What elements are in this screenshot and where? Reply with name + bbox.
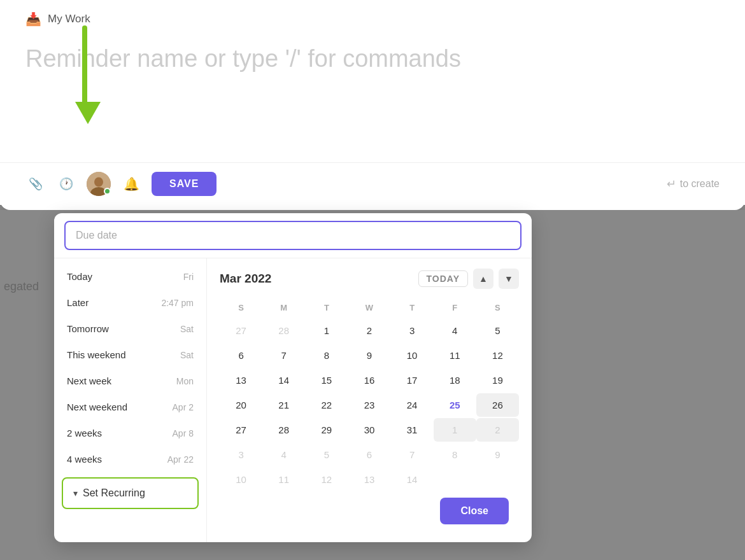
calendar-day[interactable]: 30 bbox=[348, 418, 390, 442]
weekday-label: F bbox=[434, 299, 476, 316]
calendar-day[interactable]: 11 bbox=[434, 344, 476, 367]
weekday-label: W bbox=[348, 299, 390, 316]
today-button[interactable]: TODAY bbox=[418, 270, 468, 287]
calendar-day[interactable]: 7 bbox=[391, 443, 434, 466]
calendar-day[interactable]: 17 bbox=[391, 368, 434, 392]
calendar-day[interactable]: 6 bbox=[348, 443, 390, 466]
calendar-day[interactable]: 11 bbox=[262, 468, 305, 491]
calendar-day[interactable]: 28 bbox=[262, 319, 305, 342]
calendar-day[interactable]: 9 bbox=[348, 344, 390, 367]
calendar-day[interactable]: 5 bbox=[476, 319, 519, 342]
calendar-day[interactable]: 9 bbox=[476, 443, 519, 466]
enter-symbol: ↵ bbox=[667, 177, 676, 191]
weekday-label: S bbox=[476, 299, 519, 316]
weekday-label: T bbox=[391, 299, 434, 316]
calendar-grid: SMTWTFS 27281234567891011121314151617181… bbox=[220, 299, 519, 491]
calendar-month-title: Mar 2022 bbox=[220, 272, 413, 286]
calendar-days: 2728123456789101112131415161718192021222… bbox=[220, 319, 519, 491]
set-recurring-label: Set Recurring bbox=[83, 487, 145, 499]
calendar-day[interactable]: 31 bbox=[391, 418, 434, 442]
shortcut-item[interactable]: TodayFri bbox=[54, 263, 206, 290]
calendar-day[interactable]: 5 bbox=[305, 443, 348, 466]
shortcut-item[interactable]: This weekendSat bbox=[54, 342, 206, 368]
arrow-head bbox=[75, 102, 101, 124]
shortcut-date: Mon bbox=[176, 376, 194, 386]
calendar-day[interactable]: 18 bbox=[434, 368, 476, 392]
calendar-day[interactable]: 4 bbox=[434, 319, 476, 342]
calendar-day[interactable]: 3 bbox=[391, 319, 434, 342]
calendar-header: Mar 2022 TODAY ▲ ▼ bbox=[220, 269, 519, 289]
calendar-day[interactable]: 8 bbox=[434, 443, 476, 466]
calendar-day[interactable]: 16 bbox=[348, 368, 390, 392]
calendar-day[interactable]: 14 bbox=[262, 368, 305, 392]
calendar-day[interactable]: 12 bbox=[305, 468, 348, 491]
shortcut-date: Apr 22 bbox=[167, 454, 194, 465]
clock-icon[interactable]: 🕐 bbox=[56, 174, 76, 194]
shortcut-label: Later bbox=[67, 297, 89, 308]
calendar-day[interactable]: 24 bbox=[391, 393, 434, 417]
set-recurring-row[interactable]: ▾ Set Recurring bbox=[62, 477, 199, 509]
shortcut-item[interactable]: 4 weeksApr 22 bbox=[54, 446, 206, 472]
calendar-day[interactable]: 19 bbox=[476, 368, 519, 392]
shortcuts-list: TodayFriLater2:47 pmTomorrowSatThis week… bbox=[54, 263, 206, 472]
picker-body: TodayFriLater2:47 pmTomorrowSatThis week… bbox=[54, 258, 532, 542]
shortcut-item[interactable]: Later2:47 pm bbox=[54, 290, 206, 316]
shortcut-label: Next weekend bbox=[67, 402, 127, 412]
calendar-day[interactable]: 10 bbox=[391, 344, 434, 367]
my-work-title: My Work bbox=[48, 13, 90, 25]
calendar-day[interactable]: 13 bbox=[348, 468, 390, 491]
svg-point-1 bbox=[94, 178, 103, 187]
shortcut-date: Apr 2 bbox=[173, 402, 194, 412]
avatar-wrapper[interactable] bbox=[87, 172, 111, 196]
calendar-day[interactable]: 23 bbox=[348, 393, 390, 417]
prev-month-button[interactable]: ▲ bbox=[473, 269, 493, 289]
shortcut-label: Tomorrow bbox=[67, 323, 109, 334]
shortcut-item[interactable]: TomorrowSat bbox=[54, 316, 206, 342]
calendar-day[interactable]: 26 bbox=[476, 393, 519, 417]
close-button[interactable]: Close bbox=[440, 498, 509, 524]
calendar-day[interactable]: 28 bbox=[262, 418, 305, 442]
calendar-day[interactable]: 4 bbox=[262, 443, 305, 466]
calendar-day[interactable]: 14 bbox=[391, 468, 434, 491]
arrow-shaft bbox=[82, 25, 87, 102]
calendar-day[interactable]: 1 bbox=[434, 418, 476, 442]
shortcut-label: 4 weeks bbox=[67, 454, 102, 465]
reminder-input-area[interactable]: Reminder name or type '/' for commands bbox=[25, 32, 720, 74]
calendar-day[interactable]: 1 bbox=[305, 319, 348, 342]
calendar-day[interactable]: 7 bbox=[262, 344, 305, 367]
calendar-panel: Mar 2022 TODAY ▲ ▼ SMTWTFS 2728123456789… bbox=[207, 258, 532, 542]
bell-icon[interactable]: 🔔 bbox=[121, 174, 141, 194]
shortcut-item[interactable]: Next weekendApr 2 bbox=[54, 394, 206, 420]
shortcut-label: This weekend bbox=[67, 349, 126, 360]
due-date-input[interactable] bbox=[64, 221, 522, 250]
reminder-placeholder[interactable]: Reminder name or type '/' for commands bbox=[25, 45, 720, 74]
save-button[interactable]: SAVE bbox=[152, 172, 216, 196]
shortcut-date: Fri bbox=[183, 272, 194, 282]
calendar-day[interactable]: 15 bbox=[305, 368, 348, 392]
shortcut-item[interactable]: 2 weeksApr 8 bbox=[54, 420, 206, 446]
calendar-day[interactable]: 25 bbox=[434, 393, 476, 417]
calendar-day[interactable]: 3 bbox=[220, 443, 262, 466]
calendar-weekdays: SMTWTFS bbox=[220, 299, 519, 316]
shortcut-date: Sat bbox=[180, 324, 194, 334]
calendar-day[interactable]: 22 bbox=[305, 393, 348, 417]
calendar-day[interactable]: 20 bbox=[220, 393, 262, 417]
calendar-day[interactable]: 6 bbox=[220, 344, 262, 367]
paperclip-icon[interactable]: 📎 bbox=[25, 174, 46, 194]
next-month-button[interactable]: ▼ bbox=[499, 269, 519, 289]
calendar-day[interactable]: 10 bbox=[220, 468, 262, 491]
arrow-annotation bbox=[75, 25, 94, 127]
calendar-day[interactable]: 29 bbox=[305, 418, 348, 442]
shortcut-item[interactable]: Next weekMon bbox=[54, 368, 206, 394]
calendar-day[interactable]: 21 bbox=[262, 393, 305, 417]
calendar-day[interactable]: 27 bbox=[220, 319, 262, 342]
due-date-input-row bbox=[54, 213, 532, 258]
calendar-day[interactable]: 2 bbox=[476, 418, 519, 442]
calendar-day[interactable]: 13 bbox=[220, 368, 262, 392]
weekday-label: M bbox=[262, 299, 305, 316]
calendar-day[interactable]: 2 bbox=[348, 319, 390, 342]
shortcut-date: 2:47 pm bbox=[161, 298, 194, 308]
calendar-day[interactable]: 27 bbox=[220, 418, 262, 442]
calendar-day[interactable]: 12 bbox=[476, 344, 519, 367]
calendar-day[interactable]: 8 bbox=[305, 344, 348, 367]
